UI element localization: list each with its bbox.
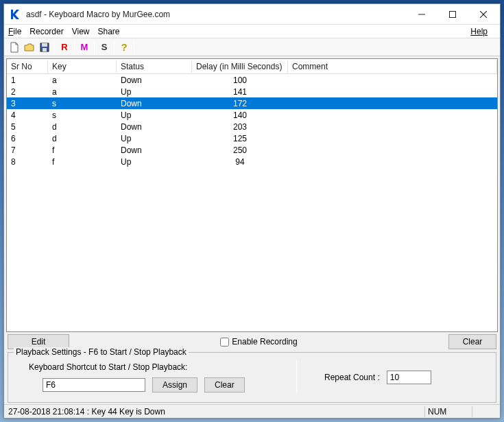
cell-delay: 125 [192,132,288,145]
menu-view[interactable]: View [72,27,90,36]
clear-list-button[interactable]: Clear [448,334,496,349]
clear-shortcut-button[interactable]: Clear [204,377,245,392]
cell-no: 4 [7,109,48,121]
cell-delay: 100 [192,74,288,86]
cell-key: d [48,121,117,133]
enable-recording-checkbox[interactable] [220,338,229,347]
cell-status: Up [117,132,192,145]
cell-no: 1 [7,74,48,86]
cell-status: Down [117,121,192,133]
cell-delay: 94 [192,156,288,168]
table-row[interactable]: 6dUp125 [7,132,497,144]
list-body: 1aDown1002aUp1413sDown1724sUp1405dDown20… [7,74,497,167]
enable-recording-label[interactable]: Enable Recording [232,337,297,347]
cell-status: Down [117,144,192,156]
cell-no: 5 [7,121,48,133]
cell-key: a [48,74,117,86]
minimize-button[interactable] [406,5,437,24]
table-row[interactable]: 5dDown203 [7,121,497,132]
cell-delay: 203 [192,121,288,133]
assign-button[interactable]: Assign [152,377,197,392]
column-delay[interactable]: Delay (in Milli Seconds) [192,60,288,73]
menu-help[interactable]: Help [470,27,488,36]
cell-status: Up [117,109,192,121]
cell-status: Up [117,86,192,98]
status-num: NUM [428,407,469,417]
macro-list[interactable]: Sr No Key Status Delay (in Milli Seconds… [6,58,498,332]
table-row[interactable]: 7fDown250 [7,144,497,156]
cell-comment [288,102,497,105]
column-key[interactable]: Key [48,60,117,73]
app-window: asdf - Keyboard Macro by MurGee.com File… [3,3,501,419]
s-button[interactable]: S [97,40,112,55]
title-bar[interactable]: asdf - Keyboard Macro by MurGee.com [4,4,500,25]
cell-comment [288,126,497,128]
cell-status: Down [117,74,192,86]
cell-status: Down [117,97,192,110]
cell-comment [288,91,497,93]
menu-share[interactable]: Share [98,27,120,36]
repeat-label: Repeat Count : [324,373,380,382]
menu-recorder[interactable]: Recorder [29,27,63,36]
help-button[interactable]: ? [117,40,132,55]
menu-file-text: ile [13,27,21,36]
cell-no: 8 [7,156,48,168]
status-text: 27-08-2018 21:08:14 : Key 44 Key is Down [8,407,422,417]
cell-key: f [48,156,117,168]
table-row[interactable]: 4sUp140 [7,109,497,121]
svg-rect-1 [449,11,455,17]
close-button[interactable] [468,5,499,24]
cell-key: a [48,86,117,98]
svg-rect-6 [43,48,47,51]
open-button[interactable] [22,40,37,55]
repeat-count-input[interactable] [387,371,431,384]
cell-delay: 250 [192,144,288,156]
cell-key: s [48,97,117,110]
window-title: asdf - Keyboard Macro by MurGee.com [26,10,406,19]
new-button[interactable] [7,40,22,55]
playback-settings-group: Playback Settings - F6 to Start / Stop P… [8,352,496,403]
maximize-button[interactable] [437,5,468,24]
cell-no: 3 [7,97,48,110]
toolbar: R M S ? [4,38,500,56]
cell-status: Up [117,156,192,168]
cell-delay: 141 [192,86,288,98]
cell-comment [288,79,497,82]
cell-no: 6 [7,132,48,145]
cell-delay: 172 [192,97,288,110]
content-area: Sr No Key Status Delay (in Milli Seconds… [4,56,500,404]
table-row[interactable]: 8fUp94 [7,156,497,167]
playback-legend: Playback Settings - F6 to Start / Stop P… [14,347,189,357]
m-button[interactable]: M [77,40,92,55]
record-button[interactable]: R [57,40,72,55]
app-icon [10,8,22,21]
svg-rect-5 [42,43,47,47]
cell-comment [288,114,497,117]
table-row[interactable]: 2aUp141 [7,86,497,97]
column-comment[interactable]: Comment [288,60,497,73]
window-buttons [406,5,499,24]
cell-comment [288,161,497,163]
cell-delay: 140 [192,109,288,121]
list-header: Sr No Key Status Delay (in Milli Seconds… [7,59,497,74]
table-row[interactable]: 1aDown100 [7,74,497,86]
cell-no: 7 [7,144,48,156]
column-status[interactable]: Status [117,60,192,73]
cell-comment [288,149,497,152]
column-srno[interactable]: Sr No [7,60,48,73]
save-button[interactable] [37,40,52,55]
cell-key: d [48,132,117,145]
cell-key: f [48,144,117,156]
shortcut-label: Keyboard Shortcut to Start / Stop Playba… [29,362,283,372]
status-bar: 27-08-2018 21:08:14 : Key 44 Key is Down… [4,404,500,418]
cell-comment [288,137,497,140]
shortcut-input[interactable] [43,378,145,392]
table-row[interactable]: 3sDown172 [7,97,497,109]
cell-no: 2 [7,86,48,98]
menu-bar: File Recorder View Share Help [4,25,500,38]
menu-file[interactable]: File [8,27,21,36]
cell-key: s [48,109,117,121]
